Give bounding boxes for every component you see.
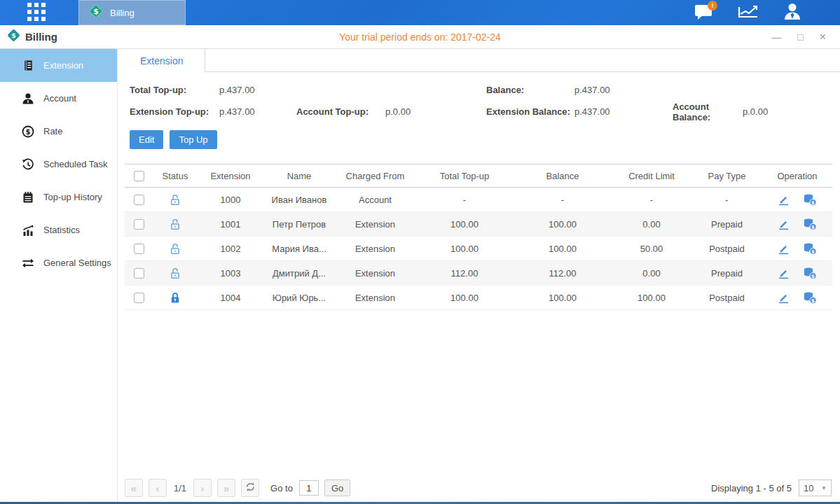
status-lock-icon[interactable]: [153, 261, 198, 286]
content-tabs: Extension: [118, 49, 840, 72]
cell-credit-limit: 50.00: [612, 237, 691, 261]
edit-row-icon[interactable]: [778, 292, 790, 304]
prev-page-button[interactable]: ‹: [149, 479, 167, 497]
goto-page-input[interactable]: [299, 480, 319, 496]
sidebar-item-rate[interactable]: $ Rate: [0, 115, 117, 148]
resource-monitor-button[interactable]: [738, 2, 759, 23]
toolbar: Edit Top Up: [130, 130, 840, 149]
sidebar-item-statistics[interactable]: Statistics: [0, 214, 117, 246]
sidebar-item-extension[interactable]: Extension: [0, 49, 117, 82]
cell-balance: 112.00: [514, 261, 612, 286]
cell-extension: 1001: [198, 212, 263, 237]
tabs-rest: [205, 49, 840, 72]
tab-extension[interactable]: Extension: [118, 49, 205, 72]
sidebar-item-label: Rate: [43, 126, 62, 136]
cell-total-topup: 100.00: [415, 237, 514, 261]
first-page-button[interactable]: «: [125, 479, 143, 497]
displaying-text: Displaying 1 - 5 of 5: [711, 483, 792, 493]
cell-credit-limit: 100.00: [612, 286, 691, 310]
top-up-row-icon[interactable]: $: [803, 242, 817, 255]
svg-text:$: $: [11, 31, 16, 39]
row-checkbox[interactable]: [134, 293, 144, 303]
table-row: 1000Иван ИвановAccount----$: [125, 188, 832, 212]
edit-row-icon[interactable]: [778, 243, 790, 255]
edit-row-icon[interactable]: [778, 194, 790, 206]
status-lock-icon[interactable]: [153, 286, 198, 310]
row-checkbox[interactable]: [134, 195, 144, 205]
billing-app-window: $ Billing !: [0, 0, 840, 504]
top-up-row-icon[interactable]: $: [803, 193, 817, 206]
messages-button[interactable]: !: [694, 2, 715, 23]
top-up-row-icon[interactable]: $: [803, 291, 817, 304]
col-operation: Operation: [762, 164, 832, 188]
edit-row-icon[interactable]: [778, 267, 790, 279]
row-checkbox[interactable]: [134, 268, 144, 279]
apps-grid-button[interactable]: [25, 1, 48, 24]
top-up-row-icon[interactable]: $: [803, 218, 817, 230]
cell-extension: 1004: [198, 286, 263, 310]
svg-text:$: $: [811, 200, 815, 206]
cell-name: Петр Петров: [263, 212, 335, 237]
top-up-button[interactable]: Top Up: [170, 130, 216, 149]
page-indicator: 1/1: [174, 483, 186, 493]
row-checkbox[interactable]: [134, 219, 144, 230]
sidebar-item-label: Account: [43, 93, 76, 104]
sidebar-item-label: Statistics: [43, 225, 80, 235]
table-row: 1001Петр ПетровExtension100.00100.000.00…: [125, 212, 832, 237]
cell-balance: 100.00: [514, 212, 612, 237]
cell-pay-type: Prepaid: [691, 261, 762, 286]
cell-extension: 1002: [198, 237, 263, 261]
line-chart-icon: [738, 3, 759, 22]
refresh-button[interactable]: [241, 479, 259, 497]
status-lock-icon[interactable]: [153, 212, 198, 237]
extension-balance-value: p.437.00: [574, 106, 673, 117]
cell-credit-limit: -: [612, 188, 691, 212]
sidebar-item-label: General Settings: [43, 258, 111, 268]
apps-grid-icon: [26, 1, 47, 24]
cell-pay-type: Prepaid: [691, 212, 762, 237]
page-size-select[interactable]: 10 ▼: [799, 479, 832, 496]
sidebar-item-account[interactable]: Account: [0, 82, 117, 115]
cell-name: Иван Иванов: [263, 188, 335, 212]
sidebar-item-general-settings[interactable]: General Settings: [0, 246, 117, 279]
select-all-checkbox[interactable]: [134, 171, 144, 181]
sidebar-item-topup-history[interactable]: Top-up History: [0, 181, 117, 214]
last-page-button[interactable]: »: [217, 479, 235, 497]
cell-balance: -: [514, 188, 612, 212]
topup-history-icon: [22, 191, 34, 204]
sidebar-item-scheduled-task[interactable]: Scheduled Task: [0, 148, 117, 181]
billing-title-icon: $: [7, 29, 20, 45]
account-balance-label: Account Balance:: [673, 102, 743, 122]
total-topup-label: Total Top-up:: [130, 85, 219, 95]
cell-pay-type: Postpaid: [691, 237, 762, 261]
balance-label: Balance:: [486, 85, 574, 95]
account-topup-label: Account Top-up:: [296, 106, 385, 117]
row-checkbox[interactable]: [134, 244, 144, 254]
chevron-down-icon: ▼: [821, 485, 827, 491]
cell-total-topup: 112.00: [415, 261, 514, 286]
cell-extension: 1000: [198, 188, 263, 212]
cell-charged-from: Extension: [335, 261, 415, 286]
minimize-button[interactable]: —: [771, 32, 781, 42]
cell-pay-type: Postpaid: [691, 286, 762, 310]
billing-diamond-icon: $: [88, 4, 104, 22]
sidebar-item-label: Top-up History: [43, 192, 102, 202]
next-page-button[interactable]: ›: [193, 479, 212, 497]
cell-name: Дмитрий Д...: [263, 261, 335, 286]
go-button[interactable]: Go: [324, 479, 350, 496]
total-topup-value: p.437.00: [219, 85, 296, 95]
top-up-row-icon[interactable]: $: [803, 267, 817, 279]
maximize-button[interactable]: □: [797, 32, 803, 42]
edit-button[interactable]: Edit: [130, 130, 163, 149]
app-tab-label: Billing: [110, 8, 135, 18]
window-title: Billing: [25, 31, 57, 43]
status-lock-icon[interactable]: [153, 237, 198, 261]
status-lock-icon[interactable]: [153, 188, 198, 212]
open-app-tab-billing[interactable]: $ Billing: [78, 0, 186, 25]
svg-text:$: $: [811, 225, 815, 230]
user-account-button[interactable]: [782, 2, 803, 23]
refresh-icon: [245, 482, 256, 494]
edit-row-icon[interactable]: [778, 218, 790, 230]
svg-text:$: $: [26, 128, 31, 136]
close-button[interactable]: ×: [820, 31, 826, 43]
